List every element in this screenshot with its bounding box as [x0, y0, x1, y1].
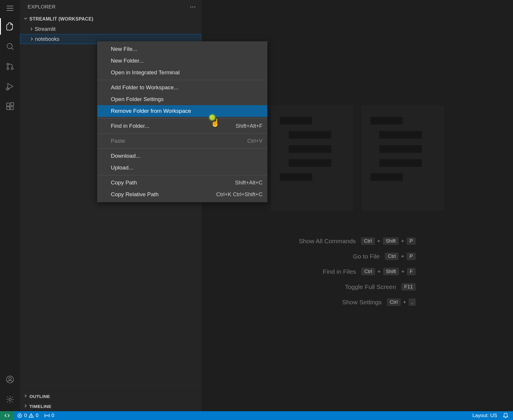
status-errors-count: 0: [24, 413, 27, 419]
key: Ctrl: [387, 298, 400, 306]
shortcut-keys: Ctrl+Shift+P: [361, 237, 416, 245]
key: ,: [409, 298, 416, 306]
context-menu-separator: [97, 80, 267, 80]
key: Ctrl: [385, 253, 398, 260]
activity-search[interactable]: [0, 36, 20, 56]
tree-folder-streamlit[interactable]: Streamlit: [20, 24, 201, 34]
svg-point-15: [9, 377, 11, 380]
status-ports[interactable]: 0: [41, 411, 57, 420]
svg-point-7: [7, 68, 9, 69]
context-menu-label: Paste: [111, 138, 125, 144]
svg-line-4: [11, 48, 13, 50]
shortcut-keys: Ctrl+Shift+F: [361, 268, 416, 275]
context-menu-label: Download...: [111, 153, 140, 159]
activity-source-control[interactable]: [0, 56, 20, 76]
plus-icon: +: [401, 238, 404, 244]
plus-icon: +: [377, 238, 380, 244]
tree-item-label: Streamlit: [35, 26, 56, 32]
context-menu-item[interactable]: Remove Folder from Workspace: [97, 105, 267, 117]
plus-icon: +: [401, 268, 405, 275]
svg-point-5: [7, 63, 9, 65]
shortcut-row: Show SettingsCtrl+,: [299, 298, 416, 306]
chevron-down-icon: [23, 16, 28, 22]
shortcut-keys: Ctrl+,: [387, 298, 416, 306]
context-menu-label: Find in Folder...: [111, 123, 149, 129]
context-menu: New File...New Folder...Open in Integrat…: [97, 41, 268, 202]
context-menu-item[interactable]: New Folder...: [97, 55, 267, 67]
plus-icon: +: [403, 299, 406, 305]
context-menu-item[interactable]: Download...: [97, 150, 267, 162]
context-menu-label: Upload...: [111, 164, 133, 171]
shortcut-label: Show Settings: [342, 299, 382, 306]
context-menu-item[interactable]: Add Folder to Workspace...: [97, 82, 267, 93]
welcome-doc-right: [362, 105, 444, 211]
context-menu-item[interactable]: Copy Relative PathCtrl+K Ctrl+Shift+C: [97, 189, 267, 200]
outline-label: OUTLINE: [29, 394, 50, 399]
context-menu-item[interactable]: New File...: [97, 43, 267, 55]
context-menu-item[interactable]: Find in Folder...Shift+Alt+F: [97, 120, 267, 132]
status-problems[interactable]: 0 0: [14, 411, 41, 420]
context-menu-separator: [97, 175, 267, 175]
shortcut-row: Show All CommandsCtrl+Shift+P: [299, 237, 416, 245]
svg-rect-12: [10, 107, 13, 110]
outline-section[interactable]: OUTLINE: [20, 391, 201, 401]
timeline-section[interactable]: TIMELINE: [20, 401, 201, 411]
context-menu-label: Remove Folder from Workspace: [111, 108, 191, 114]
plus-icon: +: [377, 268, 381, 275]
activity-explorer[interactable]: [0, 16, 20, 36]
shortcut-row: Toggle Full ScreenF11: [299, 283, 416, 291]
context-menu-label: Add Folder to Workspace...: [111, 84, 178, 91]
context-menu-label: Copy Path: [111, 179, 137, 186]
key: P: [407, 237, 416, 245]
status-layout[interactable]: Layout: US: [472, 413, 497, 419]
plus-icon: +: [401, 253, 404, 260]
svg-point-21: [31, 416, 31, 417]
key: P: [407, 253, 416, 260]
context-menu-shortcut: Ctrl+K Ctrl+Shift+C: [216, 191, 263, 198]
activity-extensions[interactable]: [0, 96, 20, 116]
shortcut-label: Find in Files: [323, 268, 356, 275]
welcome-shortcuts: Show All CommandsCtrl+Shift+PGo to FileC…: [299, 237, 416, 306]
context-menu-item[interactable]: Open in Integrated Terminal: [97, 67, 267, 78]
context-menu-shortcut: Shift+Alt+C: [235, 179, 263, 186]
shortcut-label: Show All Commands: [299, 238, 356, 245]
context-menu-label: New Folder...: [111, 58, 144, 64]
shortcut-label: Go to File: [353, 253, 380, 260]
activity-run-debug[interactable]: [0, 76, 20, 96]
activity-bar: [0, 0, 20, 411]
activity-accounts[interactable]: [0, 369, 20, 389]
svg-rect-13: [11, 103, 14, 106]
context-menu-item[interactable]: Open Folder Settings: [97, 93, 267, 105]
explorer-title: EXPLORER: [28, 4, 56, 10]
activity-settings[interactable]: [0, 389, 20, 409]
shortcut-row: Find in FilesCtrl+Shift+F: [299, 268, 416, 275]
context-menu-label: New File...: [111, 46, 137, 52]
context-menu-item[interactable]: Copy PathShift+Alt+C: [97, 177, 267, 189]
svg-point-16: [9, 398, 11, 401]
key: F11: [401, 283, 416, 291]
context-menu-item: PasteCtrl+V: [97, 135, 267, 147]
timeline-label: TIMELINE: [29, 404, 51, 409]
bell-icon[interactable]: [502, 412, 509, 420]
menu-icon[interactable]: [5, 3, 15, 14]
status-warnings-count: 0: [36, 413, 38, 419]
key: F: [407, 268, 416, 275]
context-menu-separator: [97, 148, 267, 149]
explorer-more-icon[interactable]: ···: [190, 4, 196, 10]
context-menu-item[interactable]: Upload...: [97, 162, 267, 174]
key: Shift: [383, 268, 399, 275]
svg-rect-10: [7, 103, 10, 106]
chevron-right-icon: [23, 393, 28, 400]
context-menu-label: Open in Integrated Terminal: [111, 69, 180, 76]
chevron-right-icon: [28, 26, 35, 32]
chevron-right-icon: [23, 403, 28, 410]
remote-indicator[interactable]: [0, 411, 14, 420]
workspace-header[interactable]: STREAMLIT (WORKSPACE): [20, 14, 201, 24]
shortcut-keys: Ctrl+P: [385, 253, 416, 260]
key: Ctrl: [361, 268, 375, 275]
shortcut-row: Go to FileCtrl+P: [299, 253, 416, 260]
shortcut-label: Toggle Full Screen: [345, 283, 396, 290]
key: Shift: [383, 237, 399, 245]
svg-point-6: [11, 68, 13, 69]
welcome-graphic: [271, 105, 444, 211]
